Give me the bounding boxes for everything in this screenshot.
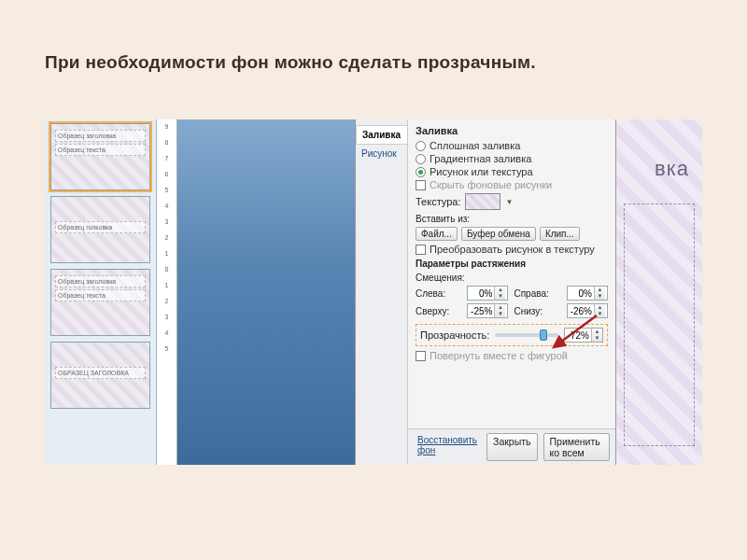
dialog-side-tabs: Заливка Рисунок: [356, 119, 408, 465]
radio-gradient-fill[interactable]: Градиентная заливка: [416, 153, 608, 164]
thumb-title: Образец голковка: [55, 221, 146, 233]
vertical-ruler: 987654321012345: [157, 119, 177, 465]
offset-left-input[interactable]: ▲▼: [467, 286, 508, 301]
transparency-label: Прозрачность:: [420, 329, 489, 341]
slide-thumb[interactable]: Образец заголовка Образец текста: [50, 269, 150, 336]
transparency-row: Прозрачность: ▲▼: [416, 324, 608, 346]
content-placeholder: [624, 203, 695, 446]
fill-heading: Заливка: [416, 125, 608, 136]
offset-label: Смещения:: [416, 273, 608, 283]
radio-label: Градиентная заливка: [430, 153, 531, 164]
offset-left-label: Слева:: [416, 288, 461, 299]
offset-bottom-label: Снизу:: [514, 306, 561, 316]
transparency-input[interactable]: ▲▼: [564, 328, 603, 343]
offset-right-input[interactable]: ▲▼: [567, 286, 608, 301]
offset-right-label: Справа:: [514, 288, 561, 299]
clipboard-button[interactable]: Буфер обмена: [461, 227, 536, 241]
slide-edit-area[interactable]: [177, 119, 355, 465]
offset-grid: Слева: ▲▼ Справа: ▲▼ Сверху: ▲▼ Снизу: ▲…: [416, 286, 608, 318]
thumb-title: ОБРАЗЕЦ ЗАГОЛОВКА: [55, 367, 146, 379]
transparency-slider[interactable]: [495, 333, 558, 337]
radio-label: Сплошная заливка: [430, 140, 520, 151]
insert-from-label: Вставить из:: [416, 214, 608, 224]
close-button[interactable]: Закрыть: [486, 433, 537, 461]
slider-thumb[interactable]: [540, 329, 547, 341]
chevron-down-icon[interactable]: ▼: [506, 198, 514, 206]
check-label: Преобразовать рисунок в текстуру: [430, 244, 595, 255]
dialog-body: Заливка Сплошная заливка Градиентная зал…: [408, 119, 615, 465]
slide-thumb[interactable]: Образец голковка: [50, 196, 150, 263]
radio-label: Рисунок или текстура: [430, 166, 533, 177]
reset-background-button[interactable]: Восстановить фон: [414, 433, 481, 461]
slide-thumbnails-panel: Образец заголовка Образец текста Образец…: [45, 119, 157, 465]
dialog-footer: Восстановить фон Закрыть Применить ко вс…: [408, 428, 615, 465]
tab-fill[interactable]: Заливка: [356, 125, 407, 145]
format-background-dialog: Заливка Рисунок Заливка Сплошная заливка…: [355, 119, 616, 465]
slide-canvas-preview: вка: [616, 119, 702, 465]
check-label: Повернуть вместе с фигурой: [430, 350, 568, 361]
tab-picture[interactable]: Рисунок: [356, 145, 407, 162]
texture-swatch[interactable]: [465, 193, 500, 210]
app-screenshot: Образец заголовка Образец текста Образец…: [45, 119, 702, 465]
offset-top-input[interactable]: ▲▼: [467, 303, 508, 318]
clip-button[interactable]: Клип...: [540, 227, 580, 241]
check-label: Скрыть фоновые рисунки: [430, 179, 552, 190]
radio-solid-fill[interactable]: Сплошная заливка: [416, 140, 608, 151]
slide-title-fragment: вка: [655, 157, 689, 181]
offset-bottom-input[interactable]: ▲▼: [567, 303, 608, 318]
slide-thumb[interactable]: ОБРАЗЕЦ ЗАГОЛОВКА: [50, 342, 150, 409]
stretch-heading: Параметры растяжения: [416, 259, 608, 269]
texture-label: Текстура:: [416, 196, 461, 207]
radio-picture-texture[interactable]: Рисунок или текстура: [416, 166, 608, 177]
offset-top-label: Сверху:: [416, 306, 461, 316]
file-button[interactable]: Файл...: [416, 227, 458, 241]
slide-thumb[interactable]: Образец заголовка Образец текста: [50, 123, 150, 190]
apply-all-button[interactable]: Применить ко всем: [543, 433, 611, 461]
thumb-body: Образец текста: [55, 144, 146, 156]
check-hide-bg-graphics[interactable]: Скрыть фоновые рисунки: [416, 179, 608, 190]
check-tile-picture[interactable]: Преобразовать рисунок в текстуру: [416, 244, 608, 255]
page-caption: При необходимости фон можно сделать проз…: [45, 52, 536, 73]
thumb-body: Образец текста: [55, 289, 146, 301]
thumb-title: Образец заголовка: [55, 275, 146, 287]
check-rotate-with-shape: Повернуть вместе с фигурой: [416, 350, 608, 361]
thumb-title: Образец заголовка: [55, 130, 146, 142]
